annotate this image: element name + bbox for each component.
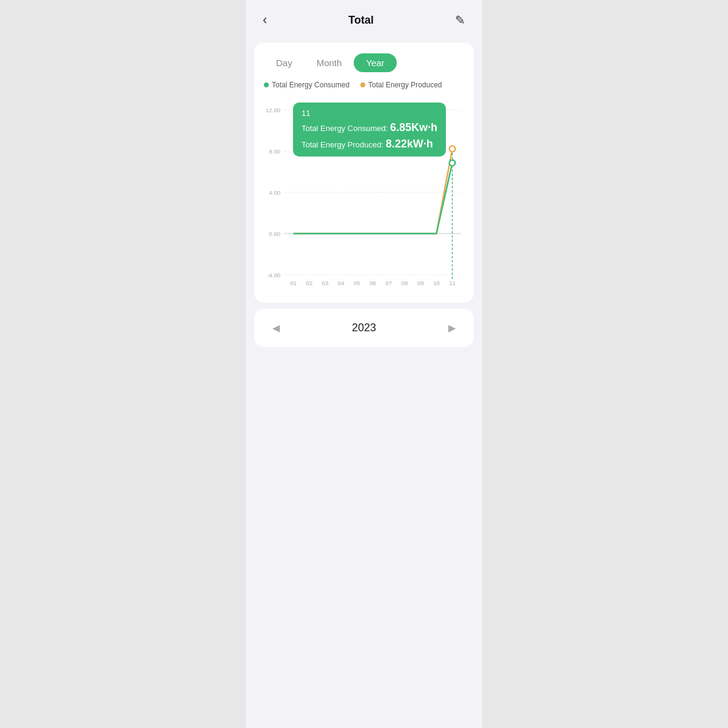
legend-produced: Total Energy Produced [360, 81, 442, 89]
svg-text:0.00: 0.00 [269, 231, 280, 237]
back-button[interactable]: ‹ [258, 10, 272, 30]
produced-dot [360, 83, 365, 87]
consumed-dot [264, 83, 269, 87]
svg-text:02: 02 [306, 280, 312, 286]
tooltip-point-label: 11 [302, 109, 437, 118]
chart-card: Day Month Year Total Energy Consumed Tot… [254, 42, 474, 303]
svg-text:10: 10 [433, 280, 440, 286]
chart-area: 12.00 8.00 4.00 0.00 -4.00 01 02 03 04 [264, 96, 464, 291]
svg-text:11: 11 [449, 280, 456, 286]
svg-text:03: 03 [322, 280, 329, 286]
svg-text:05: 05 [354, 280, 360, 286]
edit-button[interactable]: ✎ [450, 10, 470, 30]
svg-text:01: 01 [290, 280, 297, 286]
svg-text:8.00: 8.00 [269, 148, 280, 155]
tooltip-produced-value: 8.22kW·h [386, 138, 433, 150]
prev-year-button[interactable]: ◀ [266, 320, 286, 336]
tooltip-produced-row: Total Energy Produced: 8.22kW·h [302, 138, 437, 150]
svg-text:06: 06 [369, 280, 376, 286]
legend-consumed: Total Energy Consumed [264, 81, 349, 89]
svg-text:04: 04 [338, 280, 345, 286]
phone-container: ‹ Total ✎ Day Month Year Total Energy Co… [246, 0, 482, 728]
consumed-label: Total Energy Consumed [272, 81, 349, 89]
year-nav-card: ◀ 2023 ▶ [254, 309, 474, 347]
header: ‹ Total ✎ [246, 0, 482, 38]
tooltip-consumed-row: Total Energy Consumed: 6.85Kw·h [302, 121, 437, 134]
tooltip-consumed-prefix: Total Energy Consumed: [302, 124, 390, 133]
tab-year[interactable]: Year [354, 53, 396, 72]
svg-point-24 [450, 160, 456, 166]
svg-text:08: 08 [402, 280, 408, 286]
year-label: 2023 [352, 322, 376, 334]
next-year-button[interactable]: ▶ [442, 320, 462, 336]
tooltip-consumed-value: 6.85Kw·h [390, 121, 437, 133]
svg-text:4.00: 4.00 [269, 189, 280, 196]
svg-point-23 [450, 146, 456, 152]
svg-text:12.00: 12.00 [266, 107, 281, 113]
svg-text:-4.00: -4.00 [267, 272, 281, 278]
produced-label: Total Energy Produced [368, 81, 442, 89]
tooltip-produced-prefix: Total Energy Produced: [302, 140, 386, 149]
tab-month[interactable]: Month [305, 53, 354, 72]
legend-row: Total Energy Consumed Total Energy Produ… [264, 81, 464, 89]
tab-row: Day Month Year [264, 53, 464, 72]
page-title: Total [348, 14, 374, 27]
tab-day[interactable]: Day [264, 53, 305, 72]
svg-text:07: 07 [385, 280, 392, 286]
tooltip-box: 11 Total Energy Consumed: 6.85Kw·h Total… [293, 103, 446, 157]
svg-text:09: 09 [417, 280, 424, 286]
